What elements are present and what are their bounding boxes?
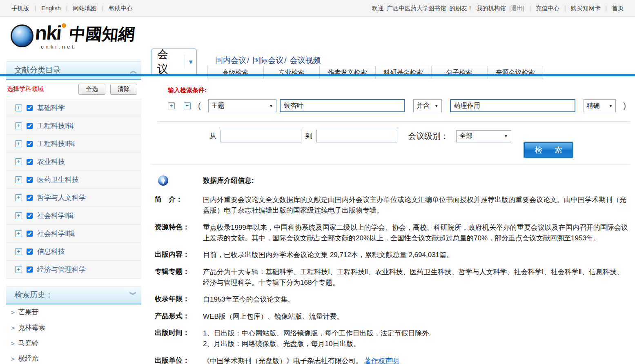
category-item[interactable]: + 基础科学	[6, 99, 141, 117]
orange-dot-icon	[62, 23, 66, 28]
expand-plus-icon[interactable]: +	[15, 176, 22, 183]
search-tab[interactable]: 专业检索	[263, 66, 319, 79]
category-item[interactable]: + 农业科技	[6, 153, 141, 171]
topbar-link[interactable]: 网站地图	[61, 5, 97, 11]
category-item[interactable]: + 社会科学Ⅰ辑	[6, 207, 141, 225]
category-checkbox[interactable]	[27, 195, 33, 201]
search-tab[interactable]: 句子检索	[431, 66, 487, 79]
search-tab[interactable]: 科研基金检索	[375, 66, 431, 79]
history-list: > 芒果苷 > 克林霉素 > 马兜铃 > 横经席	[6, 304, 141, 364]
match-mode-value: 精确	[587, 102, 600, 110]
expand-plus-icon[interactable]: +	[15, 140, 22, 147]
my-org-link[interactable]: 我的机构馆	[477, 4, 506, 12]
expand-plus-icon[interactable]: +	[15, 248, 22, 255]
collapse-down-icon[interactable]: 《	[128, 292, 138, 299]
expand-plus-icon[interactable]: +	[15, 104, 22, 111]
category-checkbox[interactable]	[27, 249, 33, 255]
expand-plus-icon[interactable]: +	[15, 158, 22, 165]
history-item-label: 马兜铃	[18, 339, 39, 348]
history-title: 检索历史：	[14, 290, 53, 300]
category-checkbox[interactable]	[27, 123, 33, 129]
category-item[interactable]: + 信息科技	[6, 243, 141, 261]
home-link[interactable]: 首页	[612, 4, 624, 12]
category-checkbox[interactable]	[27, 231, 33, 237]
category-item[interactable]: + 工程科技Ⅰ辑	[6, 117, 141, 135]
copyright-statement-link[interactable]: 著作权声明	[364, 357, 399, 364]
divider: |	[564, 5, 566, 11]
cnki-logo[interactable]: nki 中國知網 cnki.net	[11, 22, 135, 50]
category-item[interactable]: + 工程科技Ⅱ辑	[6, 135, 141, 153]
subnav-link[interactable]: 会议视频	[290, 56, 325, 64]
logout-link[interactable]: [退出]	[509, 4, 524, 12]
search-tabs: 检 索高级检索专业检索作者发文检索科研基金检索句子检索来源会议检索	[152, 64, 630, 81]
intro-row-text: 自1953年至今的会议论文集。	[203, 294, 630, 305]
topbar-link[interactable]: 帮助中心	[97, 5, 133, 11]
category-checkbox[interactable]	[27, 266, 33, 273]
left-sidebar: 文献分类目录 《 选择学科领域 全选 清除 + 基础科学 + 工程科技Ⅰ辑 + …	[6, 61, 141, 364]
operator-select[interactable]: 并含 ▼	[413, 99, 442, 112]
topbar-link[interactable]: 手机版	[11, 5, 29, 11]
category-item[interactable]: + 经济与管理科学	[6, 261, 141, 279]
search-tab[interactable]: 作者发文检索	[319, 66, 375, 79]
match-mode-select[interactable]: 精确 ▼	[584, 99, 616, 112]
history-item[interactable]: > 芒果苷	[6, 304, 141, 320]
globe-icon	[11, 24, 33, 47]
field-select-value: 主题	[212, 102, 225, 110]
operator-select-value: 并含	[417, 102, 430, 110]
expand-plus-icon[interactable]: +	[15, 230, 22, 237]
remove-condition-icon[interactable]: −	[184, 102, 191, 109]
category-item[interactable]: + 医药卫生科技	[6, 171, 141, 189]
intro-title: 数据库介绍信息:	[203, 176, 630, 185]
search-tab[interactable]: 来源会议检索	[487, 66, 543, 79]
category-label: 信息科技	[37, 247, 65, 256]
expand-plus-icon[interactable]: +	[15, 266, 22, 273]
collapse-up-icon[interactable]: 《	[128, 67, 138, 74]
search-form-panel: 输入检索条件: + − ( 主题 ▼ 并含 ▼ 精确 ▼ ) 从	[152, 81, 630, 165]
header-accent-bar	[0, 74, 635, 76]
institution-name-link[interactable]: 广西中医药大学图书馆	[387, 4, 446, 12]
history-item[interactable]: > 克林霉素	[6, 320, 141, 335]
subnav-link[interactable]: 国内会议	[215, 56, 252, 64]
expand-plus-icon[interactable]: +	[15, 122, 22, 129]
intro-text-line: 目前，已收录出版国内外学术会议论文集 29,712本，累积文献总量 2,694,…	[203, 250, 630, 260]
search-tab[interactable]: 高级检索	[207, 66, 263, 79]
field-select[interactable]: 主题 ▼	[208, 99, 276, 112]
category-item[interactable]: + 哲学与人文科学	[6, 189, 141, 207]
category-checkbox[interactable]	[27, 159, 33, 165]
category-checkbox[interactable]	[27, 141, 33, 147]
arrow-right-icon: >	[11, 340, 15, 347]
arrow-right-icon: >	[11, 355, 15, 362]
topbar-link[interactable]: English	[29, 5, 61, 11]
intro-row-text: 重点收录1999年以来，中国科协系统及国家二级以上的学会、协会，高校、科研院所，…	[203, 222, 630, 244]
buy-card-link[interactable]: 购买知网卡	[571, 4, 601, 12]
arrow-right-icon: >	[11, 324, 15, 331]
product-selector-dropdown[interactable]: 会议 ▼	[151, 49, 197, 74]
intro-row-label: 出版单位：	[155, 356, 201, 364]
intro-row-text: WEB版（网上包库）、镜像站版、流量计费。	[203, 311, 630, 322]
add-condition-icon[interactable]: +	[168, 102, 175, 109]
intro-text-line: 自1953年至今的会议论文集。	[203, 294, 630, 305]
keyword-input-2[interactable]	[450, 99, 575, 112]
category-checkbox[interactable]	[27, 105, 33, 111]
select-all-button[interactable]: 全选	[78, 84, 105, 95]
expand-plus-icon[interactable]: +	[15, 212, 22, 219]
arrow-right-icon: >	[11, 309, 15, 316]
intro-text-line: 1、日出版：中心网站版、网络镜像版，每个工作日出版，法定节假日除外。	[203, 328, 630, 339]
category-item[interactable]: + 社会科学Ⅱ辑	[6, 225, 141, 243]
chevron-down-icon[interactable]: ▼	[185, 55, 196, 69]
keyword-input-1[interactable]	[280, 99, 405, 112]
subnav-link[interactable]: 国际会议	[252, 56, 290, 64]
date-to-input[interactable]	[316, 130, 397, 142]
date-from-input[interactable]	[221, 130, 301, 142]
recharge-link[interactable]: 充值中心	[536, 4, 559, 12]
product-selector-value: 会议	[152, 47, 185, 76]
clear-button[interactable]: 清除	[110, 84, 137, 95]
category-checkbox[interactable]	[27, 213, 33, 219]
history-item[interactable]: > 马兜铃	[6, 335, 141, 351]
category-label: 工程科技Ⅱ辑	[37, 139, 75, 149]
expand-plus-icon[interactable]: +	[15, 194, 22, 201]
search-button[interactable]: 检 索	[524, 142, 573, 158]
conference-level-select[interactable]: 全部 ▼	[456, 130, 511, 142]
history-item[interactable]: > 横经席	[6, 351, 141, 364]
category-checkbox[interactable]	[27, 177, 33, 183]
